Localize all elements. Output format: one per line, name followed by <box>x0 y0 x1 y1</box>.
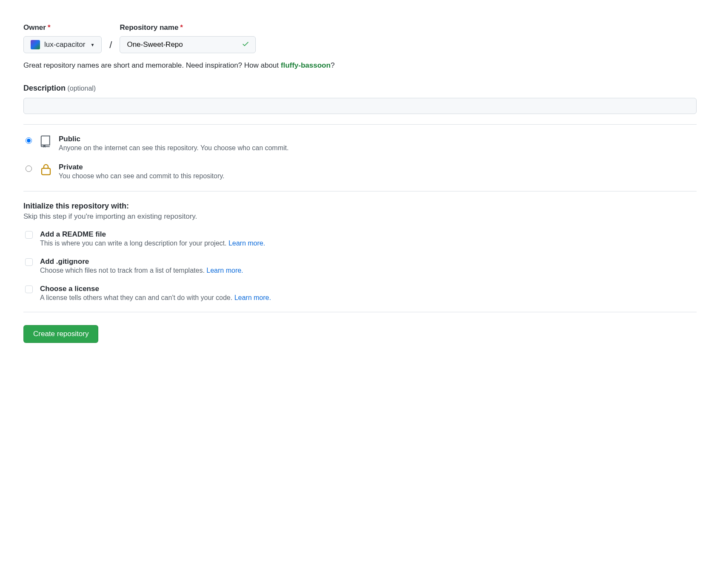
readme-title: Add a README file <box>40 230 265 239</box>
repo-name-input[interactable] <box>126 40 242 49</box>
license-subtitle: A license tells others what they can and… <box>40 294 271 302</box>
description-input[interactable] <box>23 98 697 114</box>
visibility-private-radio[interactable] <box>26 166 32 172</box>
lock-icon <box>39 163 53 176</box>
choose-license-checkbox[interactable] <box>25 285 33 293</box>
required-asterisk: * <box>48 23 51 31</box>
divider <box>23 191 697 191</box>
add-gitignore-checkbox[interactable] <box>25 258 33 266</box>
caret-down-icon: ▼ <box>90 43 94 47</box>
owner-select-dropdown[interactable]: lux-capacitor ▼ <box>23 36 102 53</box>
create-repository-button[interactable]: Create repository <box>23 325 98 343</box>
repo-name-field-container <box>120 36 256 53</box>
private-title: Private <box>59 163 225 171</box>
required-asterisk: * <box>180 23 183 31</box>
slash-separator: / <box>109 40 112 51</box>
repo-name-suggestion[interactable]: fluffy-bassoon <box>281 61 331 69</box>
license-title: Choose a license <box>40 285 271 293</box>
repo-name-label: Repository name* <box>120 23 256 32</box>
gitignore-subtitle: Choose which files not to track from a l… <box>40 267 243 274</box>
public-title: Public <box>59 135 289 143</box>
license-learn-more-link[interactable]: Learn more. <box>234 294 271 301</box>
public-subtitle: Anyone on the internet can see this repo… <box>59 144 289 152</box>
divider <box>23 124 697 125</box>
owner-name: lux-capacitor <box>44 40 85 49</box>
visibility-public-radio[interactable] <box>26 137 32 144</box>
owner-avatar <box>31 40 40 49</box>
initialize-subtitle: Skip this step if you're importing an ex… <box>23 212 697 221</box>
gitignore-learn-more-link[interactable]: Learn more. <box>206 267 243 274</box>
divider <box>23 312 697 312</box>
readme-learn-more-link[interactable]: Learn more. <box>229 240 265 247</box>
add-readme-checkbox[interactable] <box>25 231 33 239</box>
owner-label: Owner* <box>23 23 102 32</box>
gitignore-title: Add .gitignore <box>40 257 243 266</box>
description-label: Description (optional) <box>23 84 697 93</box>
svg-rect-0 <box>42 168 50 174</box>
repo-public-icon <box>39 135 53 148</box>
private-subtitle: You choose who can see and commit to thi… <box>59 172 225 180</box>
name-hint-text: Great repository names are short and mem… <box>23 60 697 71</box>
readme-subtitle: This is where you can write a long descr… <box>40 240 265 247</box>
valid-check-icon <box>242 40 249 50</box>
initialize-title: Initialize this repository with: <box>23 202 697 211</box>
